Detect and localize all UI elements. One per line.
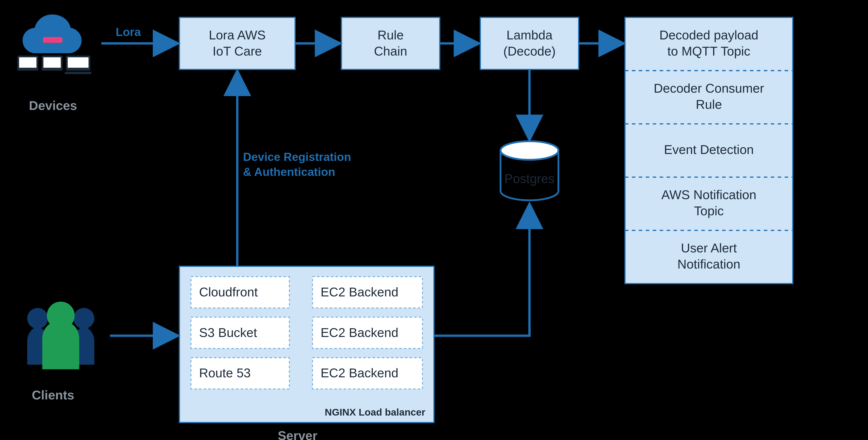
node-rule-chain-line1: Rule	[377, 28, 404, 42]
server-s3: S3 Bucket	[199, 325, 257, 340]
node-iot-care	[180, 17, 295, 69]
svg-rect-6	[68, 57, 89, 68]
edge-server-to-postgres	[434, 206, 529, 336]
node-lambda-line2: (Decode)	[503, 44, 556, 58]
svg-point-9	[73, 308, 94, 329]
server-label: Server	[278, 429, 317, 440]
server-ec2-1: EC2 Backend	[320, 285, 398, 299]
clients-label: Clients	[32, 388, 74, 402]
server-ec2-2: EC2 Backend	[320, 325, 398, 340]
node-rule-chain-line2: Chain	[374, 44, 407, 58]
clients-icon	[27, 301, 94, 369]
svg-rect-2	[19, 57, 36, 68]
node-output-stack: Decoded payload to MQTT Topic Decoder Co…	[625, 17, 793, 284]
edge-lora-label: Lora	[116, 26, 141, 38]
node-lambda	[480, 17, 579, 69]
node-iot-care-line2: IoT Care	[213, 44, 262, 58]
edge-devreg-line1: Device Registration	[243, 150, 351, 164]
node-postgres-label: Postgres	[504, 172, 555, 186]
stack-4-line2: Topic	[694, 204, 724, 218]
devices-icon	[17, 14, 91, 74]
svg-rect-0	[43, 37, 62, 43]
edge-devreg-line2: & Authentication	[243, 166, 335, 178]
server-ec2-3: EC2 Backend	[320, 366, 398, 380]
stack-2-line1: Decoder Consumer	[654, 81, 764, 95]
server-cloudfront: Cloudfront	[199, 285, 258, 299]
svg-rect-4	[43, 57, 61, 68]
server-route53: Route 53	[199, 366, 251, 380]
stack-5-line1: User Alert	[681, 241, 737, 255]
node-rule-chain	[341, 17, 440, 69]
node-postgres: Postgres	[500, 141, 558, 200]
stack-4-line1: AWS Notification	[661, 187, 756, 202]
svg-point-8	[27, 308, 48, 329]
devices-label: Devices	[29, 98, 77, 113]
svg-point-17	[500, 141, 558, 160]
node-iot-care-line1: Lora AWS	[209, 28, 266, 42]
stack-3: Event Detection	[664, 142, 754, 157]
architecture-diagram: Devices Clients Lora AWS IoT Care Rule C…	[0, 0, 868, 440]
node-lambda-line1: Lambda	[506, 28, 553, 42]
server-nginx: NGINX Load balancer	[325, 407, 425, 418]
svg-rect-7	[65, 72, 91, 74]
stack-5-line2: Notification	[677, 257, 740, 271]
stack-1-line1: Decoded payload	[659, 28, 758, 42]
stack-1-line2: to MQTT Topic	[667, 44, 750, 58]
stack-2-line2: Rule	[696, 97, 722, 112]
